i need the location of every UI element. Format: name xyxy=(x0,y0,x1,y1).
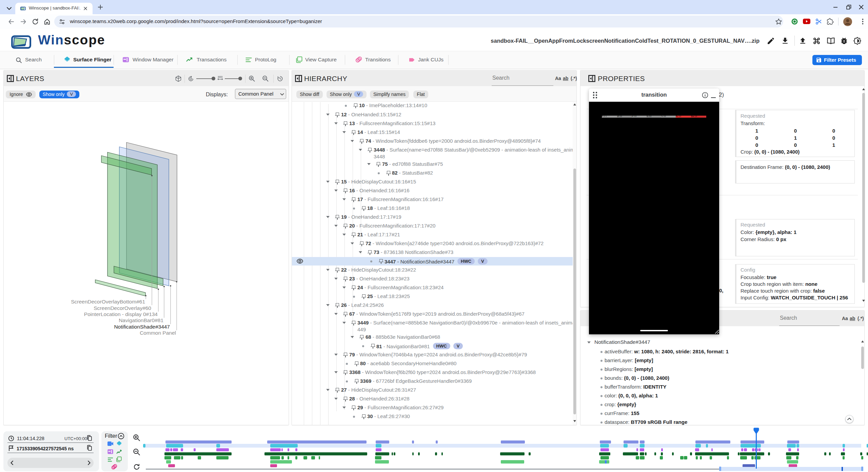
svg-text:ScreenDecorOverlay#60: ScreenDecorOverlay#60 xyxy=(94,305,151,311)
svg-text:Common Panel: Common Panel xyxy=(140,330,176,336)
svg-text:ScreenDecorOverlayBottom#61: ScreenDecorOverlayBottom#61 xyxy=(71,299,145,304)
svg-text:NotificationShade#3447: NotificationShade#3447 xyxy=(114,324,170,330)
svg-text:PointerLocation - display 0#13: PointerLocation - display 0#134 xyxy=(84,311,158,317)
svg-text:NavigationBar0#81: NavigationBar0#81 xyxy=(119,317,163,323)
